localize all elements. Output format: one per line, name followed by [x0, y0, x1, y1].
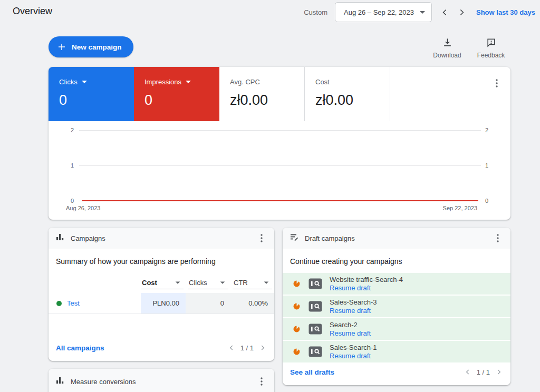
y-axis-tick: 2 — [53, 127, 74, 133]
draft-row[interactable]: Search-2 Resume draft — [283, 318, 510, 340]
chevron-left-icon — [228, 344, 235, 351]
drafts-card-header: Draft campaigns — [283, 228, 510, 249]
draft-status-icon — [293, 325, 301, 333]
download-label: Download — [431, 52, 464, 59]
page-prev-button[interactable] — [226, 342, 237, 353]
chevron-down-icon — [176, 281, 180, 283]
table-row: Test PLN0.00 0 0.00% — [49, 293, 274, 314]
download-icon — [442, 37, 452, 47]
draft-status-icon — [293, 302, 301, 310]
kebab-menu-icon — [261, 234, 263, 242]
metric-value: zł0.00 — [315, 92, 390, 109]
campaign-name-link[interactable]: Test — [67, 299, 80, 307]
page-prev-button[interactable] — [462, 367, 473, 377]
page-next-button[interactable] — [257, 342, 268, 353]
y-axis-tick: 2 — [485, 127, 506, 133]
conversions-card-title: Measure conversions — [71, 378, 136, 386]
feedback-button[interactable]: Feedback — [475, 37, 507, 59]
resume-draft-link[interactable]: Resume draft — [330, 284, 371, 292]
show-last-30-days-link[interactable]: Show last 30 days — [476, 8, 535, 16]
drafts-card-footer: See all drafts 1 / 1 — [290, 367, 504, 377]
column-header-cost[interactable]: Cost — [141, 278, 184, 289]
chevron-right-icon — [259, 344, 266, 351]
kebab-menu-icon — [496, 79, 498, 87]
performance-chart: 2 2 1 1 0 0 Aug 26, 2023 Sep 22, 2023 — [49, 121, 510, 220]
campaigns-card-subtitle: Summary of how your campaigns are perfor… — [56, 257, 216, 266]
chevron-left-icon — [440, 8, 449, 17]
draft-rows: Website traffic-Search-4 Resume draft Sa… — [283, 273, 510, 364]
chevron-down-icon — [264, 281, 269, 283]
measure-conversions-card: Measure conversions — [49, 369, 274, 392]
feedback-label: Feedback — [475, 52, 507, 59]
kebab-menu-icon — [261, 377, 263, 386]
chevron-left-icon — [464, 368, 471, 376]
draft-row[interactable]: Website traffic-Search-4 Resume draft — [283, 273, 510, 295]
metric-label: Impressions — [144, 78, 181, 86]
plus-icon — [57, 42, 66, 52]
drafts-card-subtitle: Continue creating your campaigns — [290, 257, 402, 266]
gridline — [79, 165, 481, 166]
chevron-down-icon[interactable] — [186, 81, 191, 83]
all-campaigns-link[interactable]: All campaigns — [56, 344, 104, 352]
drafts-card-title: Draft campaigns — [305, 234, 355, 242]
gridline — [79, 130, 481, 131]
drafts-card-menu-button[interactable] — [490, 231, 505, 246]
search-campaign-icon — [308, 324, 322, 335]
campaigns-table-header: Cost Clicks CTR — [49, 278, 274, 289]
page-indicator: 1 / 1 — [477, 368, 490, 376]
campaigns-card-menu-button[interactable] — [254, 231, 269, 246]
chevron-right-icon — [495, 368, 503, 376]
new-campaign-button[interactable]: New campaign — [49, 36, 133, 57]
overview-card-menu-button[interactable] — [489, 76, 504, 91]
resume-draft-link[interactable]: Resume draft — [330, 352, 371, 360]
search-campaign-icon — [308, 346, 322, 357]
date-next-button[interactable] — [453, 4, 470, 21]
date-range-picker[interactable]: Aug 26 – Sep 22, 2023 — [335, 2, 432, 22]
bar-chart-icon — [56, 233, 64, 243]
series-line-zero — [82, 200, 478, 201]
chevron-down-icon — [420, 11, 425, 14]
draft-name: Search-2 — [330, 321, 371, 329]
date-controls: Custom Aug 26 – Sep 22, 2023 Show last 3… — [304, 0, 535, 24]
search-campaign-icon — [308, 301, 322, 312]
draft-campaigns-card: Draft campaigns Continue creating your c… — [283, 228, 510, 385]
metric-card-avg-cpc: Avg. CPC zł0.00 — [219, 67, 305, 121]
draft-name: Sales-Search-3 — [330, 298, 377, 306]
bar-chart-icon — [56, 376, 64, 387]
metric-value: 0 — [59, 92, 134, 109]
page-next-button[interactable] — [494, 367, 504, 377]
kebab-menu-icon — [497, 234, 499, 242]
draft-row[interactable]: Sales-Search-3 Resume draft — [283, 296, 510, 317]
metric-label: Cost — [315, 78, 330, 86]
column-header-ctr[interactable]: CTR — [233, 278, 272, 289]
draft-name: Sales-Search-1 — [330, 344, 377, 351]
resume-draft-link[interactable]: Resume draft — [330, 307, 371, 315]
y-axis-tick: 0 — [53, 198, 74, 204]
date-prev-button[interactable] — [436, 4, 453, 21]
y-axis-tick: 1 — [485, 162, 506, 169]
chevron-down-icon — [220, 281, 225, 283]
metric-card-impressions[interactable]: Impressions 0 — [134, 67, 219, 121]
y-axis-tick: 0 — [485, 198, 506, 204]
feedback-icon — [486, 37, 496, 47]
metric-card-cost: Cost zł0.00 — [305, 67, 390, 121]
draft-row[interactable]: Sales-Search-1 Resume draft — [283, 341, 510, 362]
y-axis-tick: 1 — [53, 162, 74, 169]
conversions-card-header: Measure conversions — [49, 369, 274, 392]
x-axis-end-label: Sep 22, 2023 — [443, 205, 477, 211]
new-campaign-label: New campaign — [72, 43, 122, 51]
ctr-cell: 0.00% — [230, 293, 274, 313]
draft-status-icon — [293, 280, 301, 288]
metric-label: Clicks — [59, 78, 78, 86]
metric-card-clicks[interactable]: Clicks 0 — [49, 67, 134, 121]
pagination: 1 / 1 — [226, 342, 268, 353]
column-header-clicks[interactable]: Clicks — [188, 278, 228, 289]
metric-cards: Clicks 0 Impressions 0 Avg. CPC zł0.00 C… — [49, 67, 390, 121]
see-all-drafts-link[interactable]: See all drafts — [290, 368, 334, 376]
chevron-down-icon[interactable] — [82, 81, 87, 83]
resume-draft-link[interactable]: Resume draft — [330, 329, 371, 337]
conversions-card-menu-button[interactable] — [254, 374, 269, 389]
campaigns-card-title: Campaigns — [71, 234, 105, 242]
chevron-right-icon — [457, 8, 466, 17]
download-button[interactable]: Download — [431, 37, 464, 59]
